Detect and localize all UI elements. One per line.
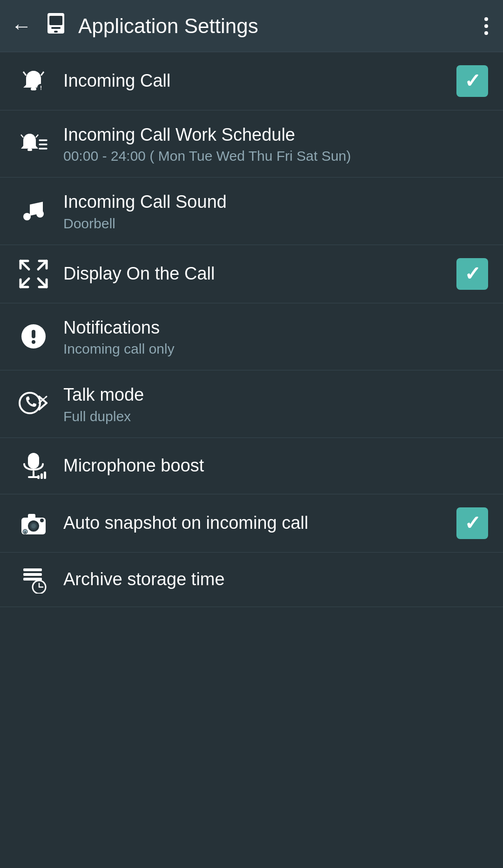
settings-item-display-on-call[interactable]: Display On the Call ✓	[0, 245, 503, 303]
svg-rect-23	[32, 330, 35, 338]
svg-rect-29	[28, 453, 39, 469]
call-sound-content: Incoming Call Sound Doorbell	[63, 191, 488, 231]
notification-alert-icon	[15, 323, 52, 349]
page-title: Application Settings	[78, 14, 481, 38]
svg-rect-4	[31, 88, 36, 90]
svg-line-5	[23, 72, 26, 75]
svg-line-20	[20, 279, 29, 287]
svg-rect-34	[44, 472, 46, 479]
menu-dot	[484, 31, 488, 35]
svg-text:!: !	[40, 85, 42, 91]
settings-list: ! Incoming Call ✓ Incoming Call Work Sc	[0, 52, 503, 607]
svg-point-40	[40, 519, 44, 522]
auto-snapshot-title: Auto snapshot on incoming call	[63, 512, 449, 534]
settings-item-notifications[interactable]: Notifications Incoming call only	[0, 303, 503, 370]
notifications-subtitle: Incoming call only	[63, 341, 488, 357]
svg-rect-17	[30, 205, 43, 206]
work-schedule-content: Incoming Call Work Schedule 00:00 - 24:0…	[63, 123, 488, 164]
settings-item-auto-snapshot[interactable]: A Auto snapshot on incoming call ✓	[0, 494, 503, 553]
archive-icon	[15, 566, 52, 594]
svg-point-38	[31, 524, 36, 528]
incoming-call-checkbox[interactable]: ✓	[456, 65, 488, 97]
notifications-content: Notifications Incoming call only	[63, 316, 488, 357]
display-on-call-title: Display On the Call	[63, 262, 449, 285]
svg-rect-39	[28, 514, 35, 519]
expand-icon	[15, 259, 52, 289]
svg-rect-2	[51, 27, 61, 29]
settings-item-archive-storage[interactable]: Archive storage time	[0, 553, 503, 607]
bell-icon: !	[15, 68, 52, 94]
settings-item-talk-mode[interactable]: Talk mode Full duplex	[0, 370, 503, 437]
svg-line-21	[38, 279, 47, 287]
svg-line-6	[41, 72, 44, 75]
svg-point-15	[23, 213, 31, 220]
microphone-icon	[15, 451, 52, 481]
settings-item-incoming-call[interactable]: ! Incoming Call ✓	[0, 52, 503, 110]
work-schedule-subtitle: 00:00 - 24:00 ( Mon Tue Wed Thu Fri Sat …	[63, 148, 488, 164]
talk-mode-subtitle: Full duplex	[63, 409, 488, 424]
talk-mode-content: Talk mode Full duplex	[63, 383, 488, 424]
app-icon	[43, 13, 69, 39]
bell-schedule-icon	[15, 131, 52, 157]
checkmark-icon: ✓	[464, 71, 481, 91]
svg-line-18	[20, 261, 29, 269]
incoming-call-content: Incoming Call	[63, 69, 449, 92]
svg-rect-1	[49, 16, 62, 25]
svg-rect-44	[23, 573, 42, 576]
music-note-icon	[15, 198, 52, 224]
notifications-title: Notifications	[63, 316, 488, 339]
menu-dot	[484, 24, 488, 28]
svg-rect-9	[27, 149, 32, 151]
call-sound-subtitle: Doorbell	[63, 216, 488, 232]
settings-item-work-schedule[interactable]: Incoming Call Work Schedule 00:00 - 24:0…	[0, 110, 503, 178]
settings-item-call-sound[interactable]: Incoming Call Sound Doorbell	[0, 178, 503, 245]
menu-dot	[484, 17, 488, 21]
overflow-menu-button[interactable]	[481, 14, 492, 39]
display-on-call-content: Display On the Call	[63, 262, 449, 285]
work-schedule-title: Incoming Call Work Schedule	[63, 123, 488, 146]
auto-snapshot-checkbox[interactable]: ✓	[456, 507, 488, 539]
auto-snapshot-content: Auto snapshot on incoming call	[63, 512, 449, 534]
svg-line-11	[36, 135, 38, 137]
svg-line-19	[38, 261, 47, 269]
talk-mode-icon	[15, 390, 52, 418]
camera-icon: A	[15, 510, 52, 536]
back-button[interactable]: ←	[11, 16, 32, 36]
svg-text:A: A	[24, 531, 26, 534]
svg-rect-33	[41, 473, 43, 479]
svg-rect-43	[23, 568, 42, 571]
microphone-boost-content: Microphone boost	[63, 454, 488, 477]
archive-storage-content: Archive storage time	[63, 568, 488, 591]
svg-point-24	[32, 340, 35, 344]
microphone-boost-title: Microphone boost	[63, 454, 488, 477]
talk-mode-title: Talk mode	[63, 383, 488, 406]
display-on-call-checkbox[interactable]: ✓	[456, 258, 488, 290]
settings-item-microphone-boost[interactable]: Microphone boost	[0, 438, 503, 494]
archive-storage-title: Archive storage time	[63, 568, 488, 591]
checkmark-icon: ✓	[464, 513, 481, 533]
svg-rect-3	[54, 31, 58, 33]
call-sound-title: Incoming Call Sound	[63, 191, 488, 213]
svg-line-10	[21, 135, 23, 137]
svg-rect-32	[37, 475, 40, 479]
app-header: ← Application Settings	[0, 0, 503, 52]
checkmark-icon: ✓	[464, 264, 481, 284]
svg-point-16	[36, 210, 44, 218]
incoming-call-title: Incoming Call	[63, 69, 449, 92]
